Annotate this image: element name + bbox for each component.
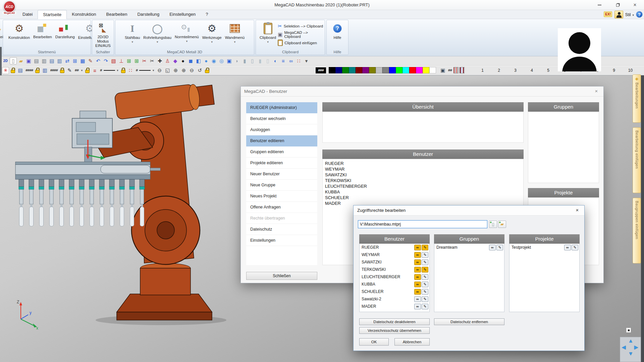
user-name[interactable]: Sawatzki-2 <box>362 297 414 301</box>
color-swatch-00ff00[interactable] <box>396 67 402 73</box>
write-permission-toggle[interactable]: ✎ <box>422 245 428 250</box>
menu-tab-einstellungen[interactable]: Einstellungen <box>164 10 201 19</box>
zoom-in-button[interactable]: ⊕ <box>180 67 187 74</box>
color-swatch-ff00ff[interactable] <box>416 67 423 73</box>
view-number-1[interactable]: 1 <box>474 67 491 73</box>
ex-badge[interactable]: EX! <box>604 11 612 17</box>
write-permission-toggle[interactable]: ✎ <box>422 296 428 302</box>
view-number-3[interactable]: 3 <box>507 67 524 73</box>
view-corner-button[interactable] <box>626 327 631 333</box>
line-width-button[interactable]: ≡ <box>91 67 98 74</box>
open-file-button[interactable]: ▰ <box>17 57 24 64</box>
color-swatch-ffff00[interactable] <box>423 67 429 73</box>
add-folder-button[interactable]: ▰+ <box>498 221 506 228</box>
table-window-button[interactable]: ⊞ <box>71 57 78 64</box>
page-layout-button[interactable]: ▤ <box>48 57 55 64</box>
sphere-blue-button[interactable]: ● <box>203 57 210 64</box>
mode-2d3d-button[interactable]: 2D <box>2 57 9 64</box>
capsule-2-button[interactable]: ▯ <box>264 57 271 64</box>
ribbon-item-rohrleitungsbau[interactable]: ◯ Rohrleitungsbau ▼ <box>142 21 173 44</box>
color-swatch-ff0000[interactable] <box>409 67 416 73</box>
write-permission-toggle[interactable]: ✎ <box>422 304 428 309</box>
write-permission-toggle[interactable]: ✎ <box>572 245 578 250</box>
user-list-item[interactable]: SCHUELER <box>323 195 523 200</box>
ribbon-item-wandmenu[interactable]: Wandmenü ▼ <box>223 21 246 44</box>
color-swatch-008080[interactable] <box>349 67 356 73</box>
close-button[interactable]: × <box>629 1 641 9</box>
pen-map-1-button[interactable] <box>453 67 459 73</box>
pen-style-button[interactable]: ✎ <box>66 67 73 74</box>
read-permission-toggle[interactable]: ∞ <box>414 274 421 280</box>
pen-value-display[interactable]: ## <box>74 68 79 72</box>
window-zoom-2-button[interactable]: ⊞ <box>133 57 140 64</box>
layer-value-display[interactable]: #### <box>25 68 34 72</box>
user-list-item[interactable]: LEUCHTENBERGER <box>323 183 523 189</box>
color-swatch-008000[interactable] <box>342 67 349 73</box>
disc-button[interactable]: ◎ <box>218 57 225 64</box>
lock-pen-button[interactable] <box>59 67 65 74</box>
read-permission-toggle[interactable]: ∞ <box>414 296 421 302</box>
side-tab-baugruppen-einf-gen[interactable]: Baugruppen einfügen <box>633 198 641 263</box>
undo-button[interactable]: ↶ <box>95 57 102 64</box>
menu-tab-bearbeiten[interactable]: Bearbeiten <box>101 10 132 19</box>
close-icon[interactable]: × <box>593 88 600 95</box>
opengl-button[interactable]: ◐ <box>272 57 279 64</box>
screen-palette-button[interactable]: ▣ <box>439 67 446 74</box>
redo-button[interactable]: ↷ <box>102 57 109 64</box>
menu-tab-konstruktion[interactable]: Konstruktion <box>67 10 101 19</box>
write-permission-toggle[interactable]: ✎ <box>422 252 428 258</box>
write-permission-toggle[interactable]: ✎ <box>422 282 428 287</box>
ribbon-item-werkzeuge[interactable]: ⚙ Werkzeuge ▼ <box>201 21 223 44</box>
line-type-dropdown-button[interactable]: ▾ <box>152 69 155 72</box>
ribbon-item-clipboard-einfuegen[interactable]: Clipboard einfügen <box>278 39 325 47</box>
side-tab-bearbeitungen[interactable]: ◈Bearbeitungen <box>633 74 641 123</box>
window-zoom-1-button[interactable]: ⊞ <box>125 57 132 64</box>
read-permission-toggle[interactable]: ∞ <box>564 245 571 250</box>
user-avatar[interactable] <box>558 28 601 71</box>
cube-light-button[interactable]: ◧ <box>195 57 202 64</box>
write-permission-toggle[interactable]: ✎ <box>422 289 428 295</box>
grid-size-button[interactable]: ∷ <box>295 57 302 64</box>
user-list-item[interactable]: KUBBA <box>323 189 523 195</box>
menu-tab-datei[interactable]: Datei <box>17 10 38 19</box>
pan-left-icon[interactable]: ◀ <box>622 344 626 350</box>
add-file-button[interactable]: ▯+ <box>489 221 497 228</box>
path-input[interactable] <box>358 220 487 228</box>
ribbon-item-2d3d-toggle[interactable]: ⊠ ◣ 2D/3D Modus EIN/AUS <box>92 21 114 48</box>
zoom-window-button[interactable]: ◱ <box>164 67 171 74</box>
color-value-display[interactable]: ## <box>447 68 452 72</box>
binoculars-button[interactable]: ∞ <box>287 57 294 64</box>
user-list-item[interactable]: SAWATZKI <box>323 172 523 178</box>
dateischutz-entfernen-button[interactable]: Dateischutz entfernen <box>434 318 504 325</box>
sidebar-item-neuer-benutzer[interactable]: Neuer Benutzer <box>246 169 317 180</box>
sidebar-item-einstellungen[interactable]: Einstellungen <box>246 235 317 246</box>
lock-linewidth-button[interactable] <box>85 67 90 74</box>
read-permission-toggle[interactable]: ∞ <box>414 289 421 295</box>
read-permission-toggle[interactable]: ∞ <box>414 259 421 265</box>
color-swatch-800000[interactable] <box>356 67 362 73</box>
user-name[interactable]: KUBBA <box>362 282 414 287</box>
cube-blue-button[interactable]: ◼ <box>187 57 194 64</box>
sidebar-item-benutzer-editieren[interactable]: Benutzer editieren <box>246 135 317 146</box>
view-number-10[interactable]: 10 <box>622 67 639 73</box>
line-type-value-display[interactable]: # <box>135 68 151 72</box>
render-monitor-button[interactable]: ▣ <box>226 57 233 64</box>
doc-transfer-button[interactable]: ⇄ <box>64 57 71 64</box>
group-value-display[interactable]: #### <box>49 68 58 72</box>
color-swatch-0000ff[interactable] <box>389 67 396 73</box>
abbrechen-button[interactable]: Abbrechen <box>394 338 430 346</box>
sidebar-item-rueger-administrator[interactable]: RUEGER (Administrator) <box>246 102 317 113</box>
minimize-button[interactable] <box>594 1 605 9</box>
ribbon-item-konstruktion[interactable]: ⚙ Konstruktion <box>7 21 32 40</box>
pan-down-icon[interactable]: ▼ <box>628 351 633 356</box>
capsule-1-button[interactable]: ▮ <box>257 57 264 64</box>
user-name[interactable]: SAWATZKI <box>362 260 414 264</box>
shell-button[interactable]: ◗ <box>233 57 240 64</box>
color-swatch-00ffff[interactable] <box>402 67 409 73</box>
user-name[interactable]: MADER <box>362 304 414 309</box>
redraw-button[interactable]: ✳ <box>2 67 9 74</box>
plot-button[interactable]: ▧ <box>110 57 117 64</box>
megacad-logo[interactable]: ACD MegaCAD <box>3 1 16 16</box>
group-name[interactable]: Dreamteam <box>436 245 488 250</box>
sheet-window-button[interactable]: ▦ <box>79 57 86 64</box>
